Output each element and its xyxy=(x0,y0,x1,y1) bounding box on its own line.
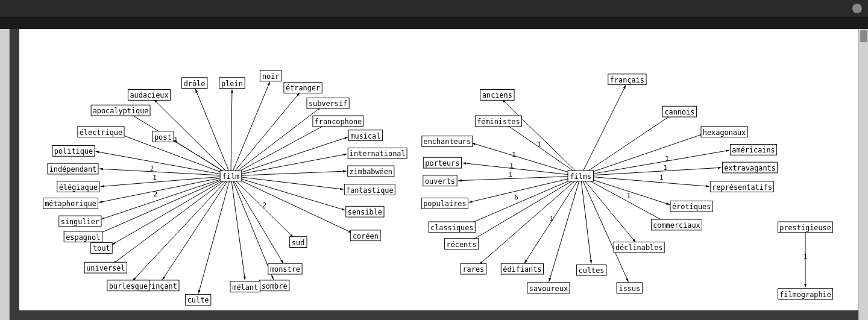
edge-label-film-sud: 2 xyxy=(263,201,267,209)
edge-label-films-enchanteurs: 1 xyxy=(512,151,516,158)
edge-film-etranger xyxy=(231,93,300,176)
node-label-francophone: francophone xyxy=(315,118,362,126)
node-label-feministes: féministes xyxy=(477,118,520,126)
edge-label-films-americains: 1 xyxy=(665,155,669,163)
node-label-musical: musical xyxy=(350,132,380,140)
edge-film-burlesque xyxy=(133,176,231,281)
node-label-ouverts: ouverts xyxy=(425,177,455,186)
edge-label-film-singulier: 2 xyxy=(154,190,158,198)
edge-label-film-independant: 2 xyxy=(150,165,154,172)
node-label-coreen: coréen xyxy=(353,232,379,240)
node-label-politique: politique xyxy=(54,147,93,155)
edge-films-rares xyxy=(479,176,580,265)
node-label-sud: sud xyxy=(292,239,304,247)
edge-films-classiques xyxy=(467,176,580,225)
node-label-apocalyptique: apocalyptique xyxy=(93,107,149,115)
node-label-extravagants: extravagants xyxy=(724,164,776,172)
edge-film-international xyxy=(231,154,347,176)
edge-films-francais xyxy=(580,86,626,176)
node-label-representatifs: représentatifs xyxy=(712,183,772,192)
edge-film-tout xyxy=(112,176,231,245)
node-label-zimbabween: zimbabwéen xyxy=(350,168,392,176)
node-label-tout: tout xyxy=(93,244,110,253)
edge-film-melant xyxy=(231,176,245,280)
edge-label-films-classiques: 6 xyxy=(514,193,518,201)
edge-label-films-representatifs: 1 xyxy=(659,174,664,181)
left-gutter xyxy=(0,29,10,320)
node-label-espagnol: espagnol xyxy=(66,233,100,242)
node-label-sombre: sombre xyxy=(262,282,288,290)
node-label-porteurs: porteurs xyxy=(425,159,459,168)
node-label-universel: universel xyxy=(86,264,125,272)
edge-films-feministes xyxy=(506,125,580,176)
node-label-singulier: singulier xyxy=(61,218,99,226)
edge-films-porteurs xyxy=(462,163,580,175)
edge-label-films-edifiants: 1 xyxy=(550,215,554,222)
edge-films-representatifs xyxy=(580,176,709,187)
node-label-edifiants: édifiants xyxy=(503,265,541,274)
node-label-plein: plein xyxy=(221,80,243,88)
subtitle-bar xyxy=(0,17,868,29)
edge-film-drole xyxy=(195,89,231,176)
edge-label-films-porteurs: 1 xyxy=(509,162,514,169)
node-label-savoureux: savoureux xyxy=(529,284,568,293)
node-label-film: film xyxy=(222,172,240,181)
node-label-independant: indépendant xyxy=(49,165,97,174)
edge-films-americains xyxy=(580,150,729,176)
edge-film-francophone xyxy=(231,124,327,176)
edge-film-singulier xyxy=(101,176,231,219)
node-label-post: post xyxy=(154,133,172,142)
node-label-francais: français xyxy=(610,76,644,84)
node-label-noir: noir xyxy=(262,72,280,81)
node-label-monstre: monstre xyxy=(270,265,300,274)
edge-films-declinables xyxy=(580,176,635,242)
node-label-metaphorique: métaphorique xyxy=(45,199,96,208)
node-label-fantastique: fantastique xyxy=(346,186,394,195)
edge-label-films-commerciaux: 1 xyxy=(627,192,631,200)
node-label-classiques: classiques xyxy=(430,224,473,232)
edge-film-metaphorique xyxy=(99,176,231,202)
edge-label-prestigieuse-filmographie: 1 xyxy=(804,253,808,260)
edge-film-noir xyxy=(231,82,270,176)
edge-film-zimbabween xyxy=(231,171,347,176)
node-label-culte: culte xyxy=(187,296,209,304)
edge-label-films-feministes: 1 xyxy=(538,140,542,148)
node-label-commerciaux: commerciaux xyxy=(653,221,700,230)
node-label-audacieux: audacieux xyxy=(130,91,168,99)
node-label-drole: drôle xyxy=(184,80,206,88)
node-label-erotiques: érotiques xyxy=(672,202,711,211)
graph-area: 2212111111611111filmfilmsdrôlepleinnoiré… xyxy=(19,29,858,310)
edge-films-cultes xyxy=(580,176,591,263)
edge-film-fantastique xyxy=(231,176,344,189)
edge-film-elegiaque xyxy=(101,176,231,187)
scrollbar-right-thumb[interactable] xyxy=(860,30,867,42)
node-label-melant: mélant xyxy=(232,283,258,292)
node-label-international: international xyxy=(350,149,406,158)
node-label-hexagonaux: hexagonaux xyxy=(703,128,746,137)
edge-label-films-ouverts: 1 xyxy=(508,171,512,178)
edge-label-films-extravagants: 1 xyxy=(663,164,667,172)
node-label-anciens: anciens xyxy=(482,91,512,99)
node-label-electrique: électrique xyxy=(80,128,122,137)
edge-label-film-apocalyptique: 1 xyxy=(174,136,178,143)
scrollbar-right[interactable] xyxy=(858,29,868,320)
node-label-burlesque: burlesque xyxy=(109,282,148,290)
edge-film-subversif xyxy=(231,107,321,176)
node-label-prestigieuse: prestigieuse xyxy=(779,224,831,232)
node-label-rares: rares xyxy=(462,265,484,274)
edge-film-sombre xyxy=(231,176,274,280)
edge-films-enchanteurs xyxy=(472,143,581,176)
node-label-subversif: subversif xyxy=(309,99,347,108)
node-label-cultes: cultes xyxy=(579,266,605,275)
node-label-recents: récents xyxy=(447,240,477,249)
edge-film-coreen xyxy=(231,176,352,233)
edge-film-musical xyxy=(231,137,348,176)
edge-films-cannois xyxy=(580,115,671,176)
node-label-cannois: cannois xyxy=(664,108,694,116)
node-label-issus: issus xyxy=(619,284,641,293)
close-button[interactable] xyxy=(852,4,862,13)
titlebar xyxy=(0,0,868,17)
node-label-filmographie: filmographie xyxy=(779,290,831,299)
node-label-americains: américains xyxy=(732,146,775,154)
edge-film-plein xyxy=(231,90,232,176)
